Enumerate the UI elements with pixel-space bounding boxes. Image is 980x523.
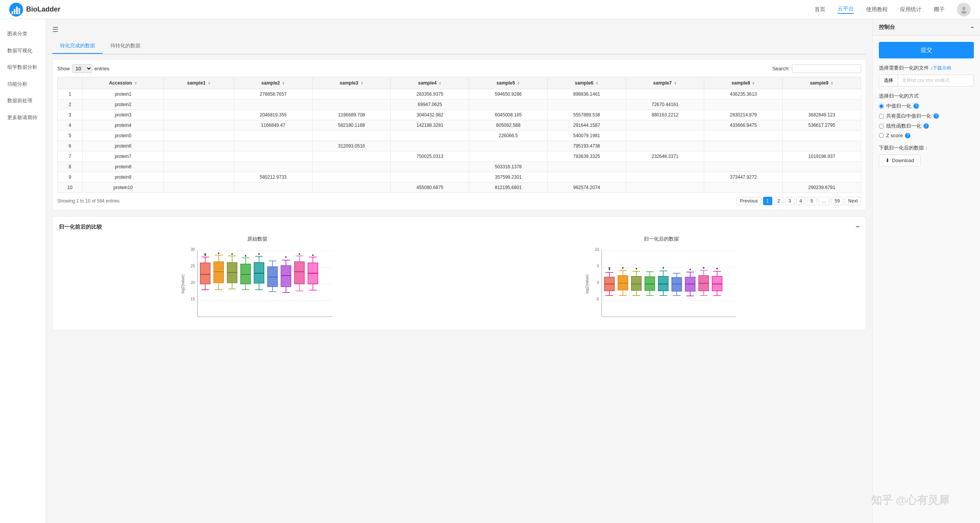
box-s3 [227,253,237,289]
next-button[interactable]: Next [845,197,861,205]
cell-s8: 433666.9475 [704,120,783,131]
sidebar-item-omics[interactable]: 组学数据分析 [0,59,46,76]
svg-point-146 [703,267,705,269]
choose-file-button[interactable]: 选择 [879,75,898,86]
radio-median[interactable] [879,104,884,109]
nav-cloud[interactable]: 云平台 [838,5,854,14]
th-sample7[interactable]: sample7 ⇕ [626,77,704,89]
help-median-icon[interactable]: ? [913,103,919,109]
sidebar-item-preprocessing[interactable]: 数据前处理 [0,92,46,109]
top-nav: BioLadder 首页 云平台 使用教程 应用统计 圈子 [0,0,980,19]
page-1-button[interactable]: 1 [763,197,773,205]
page-5-button[interactable]: 5 [807,197,817,205]
cell-num: 8 [58,162,83,172]
cell-s3 [312,100,391,110]
submit-button[interactable]: 提交 [879,42,974,58]
th-sample6[interactable]: sample6 ⇕ [547,77,626,89]
th-sample4[interactable]: sample4 ⇕ [391,77,469,89]
th-sample5[interactable]: sample5 ⇕ [469,77,548,89]
cell-s1 [164,110,234,120]
cell-s5: 226066.5 [469,131,548,141]
radio-linear[interactable] [879,124,884,129]
cell-s4 [391,141,469,151]
norm-box-s6 [672,273,682,296]
cell-s4: 69947.0625 [391,100,469,110]
help-linear-icon[interactable]: ? [923,123,929,129]
entries-select[interactable]: 10 25 50 100 [72,64,92,73]
norm-box-s9 [712,268,722,296]
th-sample9[interactable]: sample9 ⇕ [783,77,861,89]
search-input[interactable] [792,64,861,73]
norm-box-s3 [632,268,642,296]
charts-row: 原始数据 30 25 20 15 log2(value) [59,236,860,324]
page-ellipsis: … [818,197,830,205]
pagination-info: Showing 1 to 10 of 584 entries [57,198,120,204]
table-row: 7 protein7 750025.0313 783639.3325 23264… [58,151,861,162]
tab-converted[interactable]: 转化完成的数据 [52,38,103,54]
cell-s6: 5557889.538 [547,110,626,120]
radio-shared-protein[interactable] [879,114,884,119]
cell-accession: protein10 [82,183,164,193]
sidebar-item-chart-categories[interactable]: 图表分类 [0,25,46,42]
sidebar-item-data-viz[interactable]: 数据可视化 [0,42,46,59]
svg-rect-28 [214,262,224,283]
cell-accession: protein6 [82,141,164,151]
tab-pending[interactable]: 待转化的数据 [103,38,148,54]
cell-s1 [164,100,234,110]
page-2-button[interactable]: 2 [774,197,783,205]
page-3-button[interactable]: 3 [785,197,795,205]
show-label: Show [57,66,70,71]
sidebar-item-more[interactable]: 更多敬请期待 [0,109,46,126]
cell-s1 [164,89,234,100]
cell-s8 [704,141,783,151]
cell-s6: 291644.1587 [547,120,626,131]
cell-s7 [626,89,704,100]
cell-num: 6 [58,141,83,151]
page-4-button[interactable]: 4 [796,197,806,205]
sidebar-item-functional[interactable]: 功能分析 [0,76,46,93]
help-zscore-icon[interactable]: ? [905,133,910,138]
th-sample1[interactable]: sample1 ⇕ [164,77,234,89]
page-59-button[interactable]: 59 [831,197,843,205]
nav-tutorial[interactable]: 使用教程 [866,6,888,13]
download-button[interactable]: ⬇ Download [879,154,921,166]
cell-s3 [312,162,391,172]
svg-point-126 [663,267,664,269]
cell-s5: 812195.6801 [469,183,548,193]
svg-point-32 [218,252,220,254]
svg-point-80 [312,254,314,256]
th-sample3[interactable]: sample3 ⇕ [312,77,391,89]
cell-s5 [469,151,548,162]
panel-title: 控制台 [879,24,895,31]
svg-point-139 [690,269,691,270]
option-median[interactable]: 中值归一化 ? [879,103,974,110]
nav-home[interactable]: 首页 [815,6,825,13]
panel-collapse-btn[interactable]: − [971,24,974,30]
download-example-link[interactable]: ↓下载示例 [930,65,951,71]
option-zscore[interactable]: Z score ? [879,133,974,138]
cell-accession: protein8 [82,162,164,172]
nav-community[interactable]: 圈子 [934,6,945,13]
th-sample2[interactable]: sample2 ⇕ [234,77,312,89]
help-shared-icon[interactable]: ? [933,113,939,119]
prev-button[interactable]: Previous [737,197,762,205]
svg-rect-109 [632,276,642,291]
radio-zscore[interactable] [879,133,884,138]
cell-s4: 750025.0313 [391,151,469,162]
cell-s3: 312093.0516 [312,141,391,151]
nav-stats[interactable]: 应用统计 [900,6,922,13]
menu-icon[interactable]: ☰ [52,25,866,34]
option-median-label: 中值归一化 [886,103,911,110]
option-linear[interactable]: 线性函数归一化 ? [879,123,974,130]
th-num [58,77,83,89]
th-sample8[interactable]: sample8 ⇕ [704,77,783,89]
avatar[interactable] [957,3,971,17]
original-data-chart: 原始数据 30 25 20 15 log2(value) [59,236,455,324]
option-shared-protein[interactable]: 共有蛋白中值归一化 ? [879,113,974,120]
chart-collapse-icon[interactable]: − [855,223,860,231]
normalize-label-text: 选择归一化的方式 [879,93,919,100]
box-s6 [268,261,278,292]
svg-point-5 [962,7,965,10]
th-accession[interactable]: Accession ⇕ [82,77,164,89]
cell-s2: 2046819.355 [234,110,312,120]
